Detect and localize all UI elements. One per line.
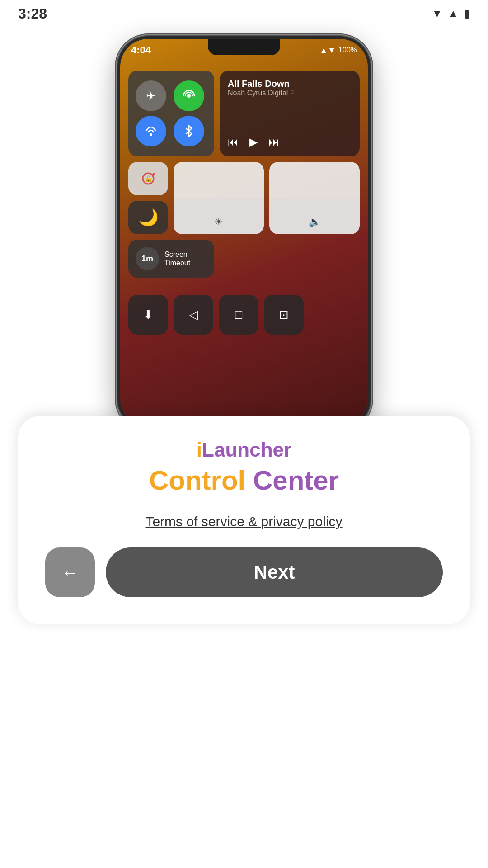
music-artist: Noah Cyrus,Digital F [228, 89, 352, 97]
next-button[interactable]: Next [106, 547, 443, 597]
music-controls: ⏮ ▶ ⏭ [228, 136, 352, 148]
phone-screen: 4:04 ▲▼ 100% ✈ [120, 39, 368, 427]
cc-music-panel: All Falls Down Noah Cyrus,Digital F ⏮ ▶ … [220, 71, 360, 156]
cc-extra-btn-4[interactable]: ⊡ [264, 295, 304, 335]
music-next-button[interactable]: ⏭ [268, 136, 279, 148]
phone-signal-icon: ▲▼ [319, 46, 336, 55]
app-name: iLauncher [149, 439, 339, 461]
screen-timeout-button[interactable]: 1m ScreenTimeout [128, 240, 214, 278]
svg-point-1 [150, 133, 152, 136]
phone-status-icons: ▲▼ 100% [319, 46, 357, 55]
cc-mid-row: 🔒 🌙 ☀ 🔈 [128, 162, 360, 234]
battery-icon: ▮ [464, 7, 470, 20]
app-name-launcher: Launcher [202, 439, 291, 461]
app-subtitle-control: Control [149, 465, 253, 495]
bluetooth-button[interactable] [174, 116, 204, 146]
volume-slider[interactable]: 🔈 [269, 162, 360, 234]
cc-extra-row: ⬇ ◁ □ ⊡ [128, 295, 360, 331]
bottom-card: iLauncher Control Center Terms of servic… [18, 416, 470, 624]
timeout-value: 1m [136, 247, 159, 270]
phone-mockup: 4:04 ▲▼ 100% ✈ [117, 36, 371, 429]
brightness-slider[interactable]: ☀ [174, 162, 264, 234]
app-branding: iLauncher Control Center [149, 439, 339, 496]
phone-notch [208, 39, 280, 55]
cc-sliders: ☀ 🔈 [174, 162, 360, 234]
signal-icon: ▲ [448, 7, 459, 20]
cc-extra-btn-2[interactable]: ◁ [174, 295, 213, 335]
status-icons: ▼ ▲ ▮ [432, 7, 470, 20]
music-info: All Falls Down Noah Cyrus,Digital F [228, 79, 352, 97]
cc-extra-btn-1[interactable]: ⬇ [128, 295, 168, 335]
timeout-label: ScreenTimeout [164, 250, 190, 267]
status-bar: 3:28 ▼ ▲ ▮ [0, 0, 488, 27]
wifi-button[interactable] [136, 116, 166, 146]
airplane-mode-button[interactable]: ✈ [136, 80, 166, 111]
terms-link[interactable]: Terms of service & privacy policy [145, 514, 342, 529]
hotspot-button[interactable] [174, 80, 204, 111]
cc-top-row: ✈ [128, 71, 360, 156]
app-subtitle-center: Center [253, 465, 339, 495]
wifi-icon: ▼ [432, 7, 442, 20]
music-title: All Falls Down [228, 79, 352, 89]
back-arrow-icon: ← [61, 562, 79, 583]
music-play-button[interactable]: ▶ [249, 136, 258, 148]
cc-bottom-row: 1m ScreenTimeout [128, 240, 360, 289]
svg-text:🔒: 🔒 [145, 175, 153, 183]
action-buttons: ← Next [45, 547, 443, 597]
status-time: 3:28 [18, 5, 47, 22]
cc-extra-btn-3[interactable]: □ [219, 295, 258, 335]
do-not-disturb-button[interactable]: 🌙 [128, 201, 168, 234]
app-name-i: i [197, 439, 202, 461]
rotation-lock-button[interactable]: 🔒 [128, 162, 168, 195]
control-center: ✈ [120, 61, 368, 427]
volume-icon: 🔈 [309, 216, 321, 228]
svg-point-0 [187, 94, 191, 98]
brightness-icon: ☀ [214, 216, 223, 228]
music-prev-button[interactable]: ⏮ [228, 136, 239, 148]
back-button[interactable]: ← [45, 547, 95, 597]
cc-connectivity-panel: ✈ [128, 71, 214, 156]
phone-time: 4:04 [131, 44, 151, 56]
phone-frame: 4:04 ▲▼ 100% ✈ [117, 36, 371, 429]
app-subtitle: Control Center [149, 465, 339, 496]
phone-battery: 100% [338, 46, 357, 54]
